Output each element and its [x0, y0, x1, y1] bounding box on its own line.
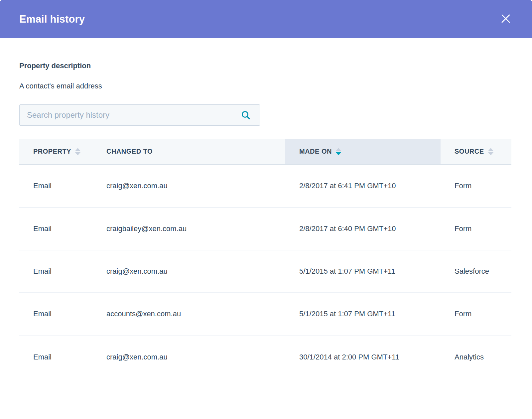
cell-source: Form [441, 310, 511, 318]
cell-source: Salesforce [441, 267, 511, 276]
cell-changed-to: craig@xen.com.au [92, 182, 285, 190]
modal-header-bar: Email history [0, 0, 532, 38]
cell-property: Email [19, 353, 92, 361]
column-header-changed-to[interactable]: CHANGED TO [92, 139, 285, 164]
sort-desc-icon [336, 148, 341, 155]
property-history-table: PROPERTY CHANGED TO MADE ON SOURCE Email… [19, 139, 511, 379]
sort-icon [488, 148, 493, 155]
cell-source: Form [441, 182, 511, 190]
cell-made-on: 2/8/2017 at 6:41 PM GMT+10 [285, 182, 441, 190]
table-header-row: PROPERTY CHANGED TO MADE ON SOURCE [19, 139, 511, 165]
cell-changed-to: craigbailey@xen.com.au [92, 224, 285, 233]
sort-icon [75, 148, 80, 155]
column-header-source[interactable]: SOURCE [441, 139, 511, 164]
table-row: Email craig@xen.com.au 30/1/2014 at 2:00… [19, 335, 511, 379]
table-row: Email craig@xen.com.au 5/1/2015 at 1:07 … [19, 250, 511, 292]
table-row: Email craig@xen.com.au 2/8/2017 at 6:41 … [19, 165, 511, 207]
cell-source: Form [441, 224, 511, 233]
table-row: Email accounts@xen.com.au 5/1/2015 at 1:… [19, 292, 511, 335]
property-description-text: A contact's email address [19, 82, 513, 90]
column-header-label: SOURCE [455, 148, 484, 155]
column-header-made-on[interactable]: MADE ON [285, 139, 441, 164]
cell-made-on: 5/1/2015 at 1:07 PM GMT+11 [285, 267, 441, 276]
cell-property: Email [19, 310, 92, 318]
search-input[interactable] [19, 104, 260, 126]
column-header-property[interactable]: PROPERTY [19, 139, 92, 164]
cell-made-on: 5/1/2015 at 1:07 PM GMT+11 [285, 310, 441, 318]
column-header-label: CHANGED TO [106, 148, 153, 155]
cell-source: Analytics [441, 353, 511, 361]
close-icon [500, 13, 512, 26]
modal-body: Property description A contact's email a… [0, 62, 532, 379]
cell-property: Email [19, 267, 92, 276]
cell-made-on: 2/8/2017 at 6:40 PM GMT+10 [285, 224, 441, 233]
search-box [19, 104, 260, 126]
column-header-label: MADE ON [299, 148, 332, 155]
cell-changed-to: craig@xen.com.au [92, 267, 285, 276]
cell-made-on: 30/1/2014 at 2:00 PM GMT+11 [285, 353, 441, 361]
table-row: Email craigbailey@xen.com.au 2/8/2017 at… [19, 207, 511, 250]
property-description-heading: Property description [19, 62, 513, 70]
cell-property: Email [19, 182, 92, 190]
cell-changed-to: accounts@xen.com.au [92, 310, 285, 318]
column-header-label: PROPERTY [33, 148, 71, 155]
close-button[interactable] [499, 13, 512, 26]
modal-title: Email history [19, 13, 85, 25]
cell-property: Email [19, 224, 92, 233]
cell-changed-to: craig@xen.com.au [92, 353, 285, 361]
search-icon[interactable] [241, 110, 251, 120]
